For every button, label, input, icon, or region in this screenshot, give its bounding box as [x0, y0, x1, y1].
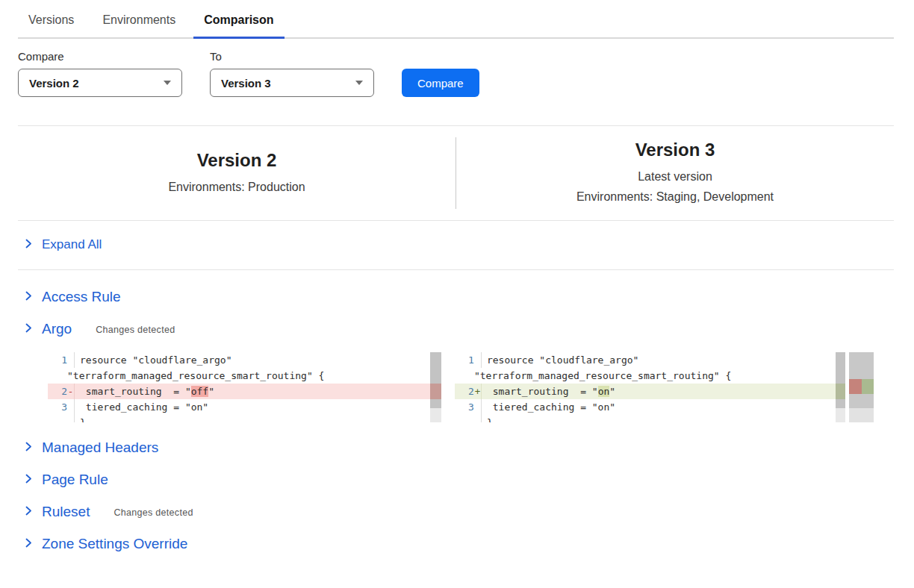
line-number: 2 — [48, 384, 67, 399]
code-line-removed: 2- smart_routing = "off" — [48, 384, 441, 399]
diff-overview-ruler[interactable] — [849, 352, 874, 422]
line-number: 1 — [455, 352, 474, 368]
code-line: 1resource "cloudflare_argo" — [48, 352, 441, 368]
added-sign: + — [474, 384, 481, 399]
section-label: Page Rule — [42, 472, 108, 488]
added-word-highlight: on — [598, 386, 610, 397]
tab-versions[interactable]: Versions — [18, 0, 84, 37]
chevron-right-icon — [24, 473, 33, 487]
chevron-right-icon — [24, 441, 33, 454]
right-version-environments: Environments: Staging, Development — [456, 187, 894, 207]
section-zone-settings-override[interactable]: Zone Settings Override — [18, 528, 894, 560]
line-number: 1 — [48, 352, 67, 368]
section-page-rule[interactable]: Page Rule — [18, 463, 894, 495]
compare-from-select[interactable]: Version 2 — [18, 69, 182, 97]
code-line: 3 tiered_caching = "on" — [455, 399, 845, 415]
chevron-right-icon — [24, 238, 33, 251]
chevron-down-icon — [355, 81, 363, 85]
section-ruleset[interactable]: Ruleset Changes detected — [18, 495, 894, 528]
scrollbar[interactable] — [836, 352, 845, 422]
chevron-right-icon — [24, 322, 33, 336]
chevron-right-icon — [24, 505, 33, 519]
compare-label: Compare — [18, 50, 182, 63]
version-headers: Version 2 Environments: Production Versi… — [18, 125, 894, 221]
expand-all-row[interactable]: Expand All — [18, 221, 894, 270]
overview-added-marker — [862, 379, 874, 394]
scrollbar-thumb[interactable] — [430, 352, 441, 408]
diff-panel-left: 1resource "cloudflare_argo" "terraform_m… — [48, 352, 441, 422]
tab-comparison[interactable]: Comparison — [193, 0, 284, 39]
left-version-environments: Environments: Production — [18, 177, 456, 197]
scrollbar-thumb[interactable] — [836, 352, 845, 408]
compare-button[interactable]: Compare — [402, 69, 479, 97]
line-number: 3 — [455, 399, 474, 415]
code-line-wrap: "terraform_managed_resource_smart_routin… — [48, 368, 441, 384]
line-number: 2 — [455, 384, 474, 399]
chevron-down-icon — [164, 81, 171, 85]
chevron-right-icon — [24, 537, 33, 551]
removed-word-highlight: off — [191, 386, 208, 397]
section-label: Zone Settings Override — [42, 536, 187, 552]
to-label: To — [210, 50, 374, 63]
tab-environments[interactable]: Environments — [92, 0, 186, 37]
overview-removed-marker — [849, 379, 862, 394]
section-label: Ruleset — [42, 504, 90, 520]
section-managed-headers[interactable]: Managed Headers — [18, 431, 894, 463]
compare-to-select[interactable]: Version 3 — [210, 69, 374, 97]
resource-sections: Access Rule Argo Changes detected 1resou… — [18, 281, 894, 560]
code-line: } — [48, 415, 441, 422]
right-version-latest-label: Latest version — [456, 166, 894, 187]
compare-from-group: Compare Version 2 — [18, 50, 182, 97]
argo-diff: 1resource "cloudflare_argo" "terraform_m… — [48, 352, 874, 422]
version-header-right: Version 3 Latest version Environments: S… — [456, 140, 894, 207]
expand-all-label: Expand All — [42, 237, 102, 252]
code-line: 1resource "cloudflare_argo" — [455, 352, 845, 368]
compare-from-value: Version 2 — [29, 77, 164, 90]
compare-to-group: To Version 3 — [210, 50, 374, 97]
section-label: Access Rule — [42, 289, 121, 305]
section-label: Managed Headers — [42, 440, 158, 456]
compare-controls: Compare Version 2 To Version 3 Compare — [18, 50, 894, 97]
changes-detected-badge: Changes detected — [96, 322, 175, 335]
code-line-wrap: "terraform_managed_resource_smart_routin… — [455, 368, 845, 384]
line-number: 3 — [48, 399, 67, 415]
removed-line-marker — [430, 384, 441, 399]
changes-detected-badge: Changes detected — [114, 505, 193, 518]
right-version-title: Version 3 — [456, 140, 894, 160]
section-argo[interactable]: Argo Changes detected — [18, 313, 894, 345]
code-line: } — [455, 415, 845, 422]
version-header-left: Version 2 Environments: Production — [18, 150, 456, 197]
added-line-marker — [836, 384, 845, 399]
compare-to-value: Version 3 — [221, 77, 355, 90]
section-label: Argo — [42, 321, 72, 337]
section-access-rule[interactable]: Access Rule — [18, 281, 894, 313]
scrollbar[interactable] — [430, 352, 441, 422]
chevron-right-icon — [24, 290, 33, 304]
code-line: 3 tiered_caching = "on" — [48, 399, 441, 415]
left-version-title: Version 2 — [18, 150, 456, 171]
removed-sign: - — [67, 384, 74, 399]
diff-panel-right: 1resource "cloudflare_argo" "terraform_m… — [455, 352, 845, 422]
tab-bar: Versions Environments Comparison — [18, 0, 894, 39]
code-line-added: 2+ smart_routing = "on" — [455, 384, 845, 399]
